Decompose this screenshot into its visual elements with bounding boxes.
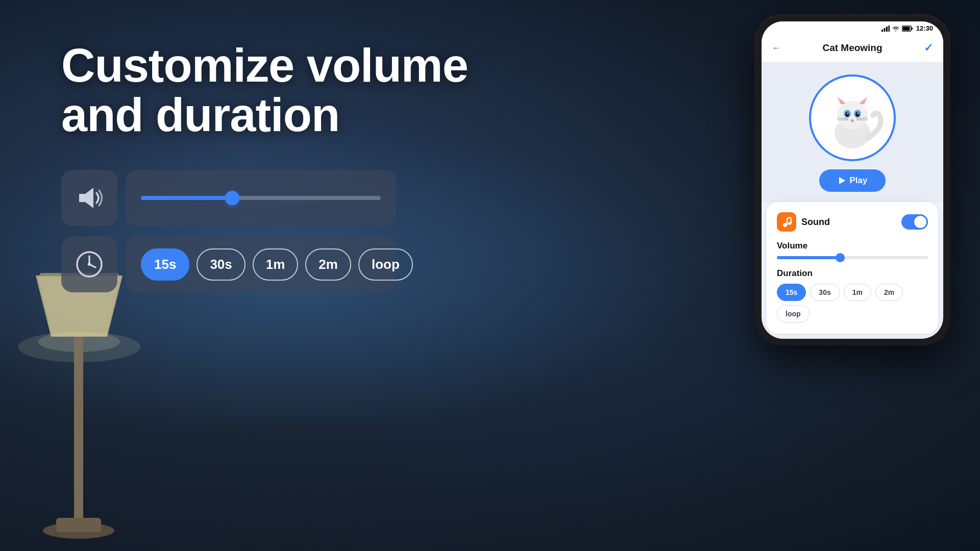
signal-icon — [881, 26, 890, 32]
svg-rect-4 — [74, 337, 83, 531]
duration-btn-loop[interactable]: loop — [358, 248, 413, 281]
speaker-icon — [74, 183, 105, 213]
duration-buttons-group: 15s 30s 1m 2m loop — [141, 248, 413, 281]
sound-label-group: Sound — [777, 212, 830, 232]
play-icon — [838, 177, 846, 185]
cat-avatar — [809, 74, 896, 161]
sound-row: Sound — [777, 212, 928, 232]
back-button[interactable]: ← — [772, 43, 781, 54]
phone-dur-btn-1m[interactable]: 1m — [844, 284, 871, 301]
play-button[interactable]: Play — [819, 169, 886, 192]
svg-rect-17 — [911, 28, 913, 30]
wifi-icon — [892, 26, 900, 32]
sound-toggle[interactable] — [901, 214, 928, 230]
status-icons — [881, 26, 913, 32]
svg-line-41 — [787, 217, 791, 218]
battery-icon — [902, 26, 913, 32]
duration-panel: 15s 30s 1m 2m loop — [126, 236, 396, 292]
status-time: 12:30 — [916, 24, 933, 32]
duration-btn-30s[interactable]: 30s — [197, 248, 245, 281]
svg-marker-36 — [839, 177, 845, 184]
phone-volume-slider[interactable] — [777, 256, 928, 259]
svg-point-11 — [88, 263, 91, 266]
phone-volume-section: Volume — [777, 241, 928, 259]
svg-rect-13 — [884, 28, 885, 32]
volume-slider-thumb[interactable] — [225, 191, 239, 205]
app-title: Cat Meowing — [822, 42, 882, 54]
clock-icon-box — [61, 236, 117, 292]
phone-dur-btn-2m[interactable]: 2m — [875, 284, 903, 301]
svg-rect-14 — [886, 27, 888, 32]
phone-volume-thumb[interactable] — [836, 253, 845, 262]
duration-btn-1m[interactable]: 1m — [253, 248, 299, 281]
confirm-button[interactable]: ✓ — [924, 41, 933, 55]
phone-volume-fill — [777, 256, 840, 259]
svg-rect-6 — [56, 518, 101, 532]
svg-point-28 — [855, 112, 860, 117]
cat-illustration — [817, 82, 888, 154]
phone-duration-section: Duration 15s 30s 1m 2m loop — [777, 268, 928, 322]
headline: Customize volume and duration — [61, 41, 521, 139]
phone-screen: 12:30 ← Cat Meowing ✓ — [762, 21, 943, 339]
phone-duration-buttons: 15s 30s 1m 2m loop — [777, 284, 928, 322]
phone-duration-label: Duration — [777, 268, 928, 279]
play-label: Play — [850, 176, 868, 186]
svg-point-20 — [837, 101, 868, 130]
duration-btn-15s[interactable]: 15s — [141, 248, 189, 281]
phone-mockup: 12:30 ← Cat Meowing ✓ — [755, 15, 949, 345]
music-icon — [781, 216, 792, 228]
status-bar: 12:30 — [762, 21, 943, 35]
volume-slider-fill — [141, 196, 232, 200]
phone-volume-label: Volume — [777, 241, 928, 251]
toggle-thumb — [914, 216, 926, 228]
app-header: ← Cat Meowing ✓ — [762, 35, 943, 62]
bottom-card: Sound Volume Du — [767, 202, 938, 334]
duration-row: 15s 30s 1m 2m loop — [61, 236, 521, 292]
left-content: Customize volume and duration — [61, 41, 521, 292]
duration-btn-2m[interactable]: 2m — [305, 248, 351, 281]
phone-dur-btn-loop[interactable]: loop — [777, 305, 810, 322]
volume-slider-track[interactable] — [141, 196, 381, 200]
phone-dur-btn-15s[interactable]: 15s — [777, 284, 806, 301]
controls-container: 15s 30s 1m 2m loop — [61, 170, 521, 292]
cat-area: Play — [762, 62, 943, 202]
svg-rect-15 — [888, 26, 890, 32]
svg-point-30 — [857, 113, 859, 114]
svg-rect-18 — [902, 27, 910, 30]
sound-label: Sound — [801, 217, 830, 228]
headline-line2: and duration — [61, 89, 339, 141]
svg-rect-12 — [881, 30, 883, 32]
sound-icon-box — [777, 212, 796, 232]
volume-row — [61, 170, 521, 226]
volume-panel — [126, 170, 396, 226]
phone-shell: 12:30 ← Cat Meowing ✓ — [755, 15, 949, 345]
volume-icon-box — [61, 170, 117, 226]
phone-dur-btn-30s[interactable]: 30s — [810, 284, 839, 301]
svg-point-29 — [847, 113, 849, 114]
svg-point-27 — [845, 112, 849, 117]
clock-icon — [74, 249, 105, 280]
headline-line1: Customize volume — [61, 39, 468, 91]
